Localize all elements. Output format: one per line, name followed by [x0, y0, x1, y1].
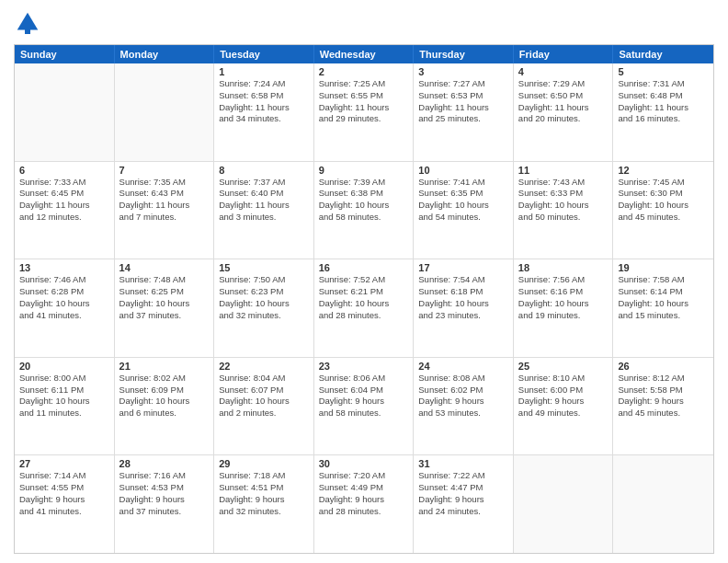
calendar-cell: 20Sunrise: 8:00 AMSunset: 6:11 PMDayligh… [15, 358, 115, 455]
cell-info: Sunrise: 8:12 AMSunset: 5:58 PMDaylight:… [618, 373, 709, 419]
calendar-cell: 15Sunrise: 7:50 AMSunset: 6:23 PMDayligh… [214, 259, 314, 357]
day-number: 9 [319, 165, 409, 176]
cell-info: Sunrise: 7:56 AMSunset: 6:16 PMDaylight:… [518, 274, 609, 321]
calendar-cell: 27Sunrise: 7:14 AMSunset: 4:55 PMDayligh… [15, 455, 115, 553]
day-number: 27 [19, 458, 109, 469]
cell-info: Sunrise: 8:08 AMSunset: 6:02 PMDaylight:… [418, 373, 508, 419]
calendar-cell: 2Sunrise: 7:25 AMSunset: 6:55 PMDaylight… [314, 63, 415, 161]
day-number: 24 [418, 361, 508, 372]
cell-info: Sunrise: 7:41 AMSunset: 6:35 PMDaylight:… [418, 177, 508, 224]
day-number: 21 [119, 361, 210, 372]
cell-info: Sunrise: 7:29 AMSunset: 6:50 PMDaylight:… [518, 78, 609, 125]
cell-info: Sunrise: 7:24 AMSunset: 6:58 PMDaylight:… [219, 78, 309, 125]
calendar-cell: 18Sunrise: 7:56 AMSunset: 6:16 PMDayligh… [514, 259, 614, 357]
day-number: 15 [219, 262, 309, 273]
calendar-cell [115, 63, 215, 161]
cell-info: Sunrise: 7:18 AMSunset: 4:51 PMDaylight:… [219, 470, 309, 517]
calendar-cell: 6Sunrise: 7:33 AMSunset: 6:45 PMDaylight… [15, 162, 115, 259]
header-day-monday: Monday [115, 45, 215, 63]
day-number: 20 [19, 361, 109, 372]
day-number: 6 [19, 165, 109, 176]
calendar-cell: 14Sunrise: 7:48 AMSunset: 6:25 PMDayligh… [115, 259, 215, 357]
day-number: 12 [618, 165, 709, 176]
calendar-cell: 10Sunrise: 7:41 AMSunset: 6:35 PMDayligh… [414, 162, 514, 259]
cell-info: Sunrise: 7:43 AMSunset: 6:33 PMDaylight:… [518, 177, 609, 224]
calendar-cell: 30Sunrise: 7:20 AMSunset: 4:49 PMDayligh… [314, 455, 415, 553]
day-number: 17 [418, 262, 508, 273]
header-day-sunday: Sunday [15, 45, 115, 63]
calendar-row-2: 13Sunrise: 7:46 AMSunset: 6:28 PMDayligh… [15, 259, 713, 358]
calendar-cell: 17Sunrise: 7:54 AMSunset: 6:18 PMDayligh… [414, 259, 514, 357]
cell-info: Sunrise: 8:04 AMSunset: 6:07 PMDaylight:… [219, 373, 309, 419]
calendar-cell: 1Sunrise: 7:24 AMSunset: 6:58 PMDaylight… [214, 63, 314, 161]
day-number: 23 [319, 361, 409, 372]
calendar-header: SundayMondayTuesdayWednesdayThursdayFrid… [15, 45, 713, 63]
day-number: 18 [518, 262, 609, 273]
calendar-cell: 4Sunrise: 7:29 AMSunset: 6:50 PMDaylight… [514, 63, 614, 161]
calendar-cell: 3Sunrise: 7:27 AMSunset: 6:53 PMDaylight… [414, 63, 514, 161]
cell-info: Sunrise: 7:14 AMSunset: 4:55 PMDaylight:… [19, 470, 109, 517]
day-number: 19 [618, 262, 709, 273]
cell-info: Sunrise: 7:52 AMSunset: 6:21 PMDaylight:… [319, 274, 409, 321]
cell-info: Sunrise: 7:22 AMSunset: 4:47 PMDaylight:… [418, 470, 508, 517]
day-number: 14 [119, 262, 210, 273]
day-number: 26 [618, 361, 709, 372]
day-number: 30 [319, 458, 409, 469]
day-number: 2 [319, 66, 409, 77]
header [14, 9, 714, 37]
header-day-tuesday: Tuesday [214, 45, 314, 63]
cell-info: Sunrise: 8:06 AMSunset: 6:04 PMDaylight:… [319, 373, 409, 419]
cell-info: Sunrise: 8:00 AMSunset: 6:11 PMDaylight:… [19, 373, 109, 419]
calendar-cell: 13Sunrise: 7:46 AMSunset: 6:28 PMDayligh… [15, 259, 115, 357]
calendar-cell: 21Sunrise: 8:02 AMSunset: 6:09 PMDayligh… [115, 358, 215, 455]
day-number: 28 [119, 458, 210, 469]
day-number: 8 [219, 165, 309, 176]
cell-info: Sunrise: 7:31 AMSunset: 6:48 PMDaylight:… [618, 78, 709, 125]
calendar-cell: 23Sunrise: 8:06 AMSunset: 6:04 PMDayligh… [314, 358, 415, 455]
calendar-row-4: 27Sunrise: 7:14 AMSunset: 4:55 PMDayligh… [15, 455, 713, 553]
cell-info: Sunrise: 7:35 AMSunset: 6:43 PMDaylight:… [119, 177, 210, 224]
day-number: 10 [418, 165, 508, 176]
calendar-cell: 31Sunrise: 7:22 AMSunset: 4:47 PMDayligh… [414, 455, 514, 553]
day-number: 25 [518, 361, 609, 372]
cell-info: Sunrise: 7:50 AMSunset: 6:23 PMDaylight:… [219, 274, 309, 321]
cell-info: Sunrise: 7:25 AMSunset: 6:55 PMDaylight:… [319, 78, 409, 125]
day-number: 11 [518, 165, 609, 176]
calendar-row-3: 20Sunrise: 8:00 AMSunset: 6:11 PMDayligh… [15, 358, 713, 456]
day-number: 3 [418, 66, 508, 77]
day-number: 7 [119, 165, 210, 176]
header-day-friday: Friday [514, 45, 614, 63]
cell-info: Sunrise: 8:10 AMSunset: 6:00 PMDaylight:… [518, 373, 609, 419]
calendar-cell: 19Sunrise: 7:58 AMSunset: 6:14 PMDayligh… [613, 259, 713, 357]
calendar: SundayMondayTuesdayWednesdayThursdayFrid… [14, 44, 714, 554]
calendar-cell: 28Sunrise: 7:16 AMSunset: 4:53 PMDayligh… [115, 455, 215, 553]
svg-rect-1 [25, 29, 30, 34]
day-number: 13 [19, 262, 109, 273]
header-day-saturday: Saturday [613, 45, 713, 63]
cell-info: Sunrise: 7:58 AMSunset: 6:14 PMDaylight:… [618, 274, 709, 321]
cell-info: Sunrise: 7:46 AMSunset: 6:28 PMDaylight:… [19, 274, 109, 321]
cell-info: Sunrise: 7:39 AMSunset: 6:38 PMDaylight:… [319, 177, 409, 224]
calendar-cell: 16Sunrise: 7:52 AMSunset: 6:21 PMDayligh… [314, 259, 415, 357]
calendar-cell: 5Sunrise: 7:31 AMSunset: 6:48 PMDaylight… [613, 63, 713, 161]
calendar-cell: 24Sunrise: 8:08 AMSunset: 6:02 PMDayligh… [414, 358, 514, 455]
calendar-cell: 22Sunrise: 8:04 AMSunset: 6:07 PMDayligh… [214, 358, 314, 455]
calendar-cell: 7Sunrise: 7:35 AMSunset: 6:43 PMDaylight… [115, 162, 215, 259]
calendar-cell: 9Sunrise: 7:39 AMSunset: 6:38 PMDaylight… [314, 162, 415, 259]
cell-info: Sunrise: 8:02 AMSunset: 6:09 PMDaylight:… [119, 373, 210, 419]
cell-info: Sunrise: 7:45 AMSunset: 6:30 PMDaylight:… [618, 177, 709, 224]
calendar-cell [15, 63, 115, 161]
day-number: 29 [219, 458, 309, 469]
logo-icon [14, 9, 41, 37]
calendar-cell: 26Sunrise: 8:12 AMSunset: 5:58 PMDayligh… [613, 358, 713, 455]
cell-info: Sunrise: 7:37 AMSunset: 6:40 PMDaylight:… [219, 177, 309, 224]
page: SundayMondayTuesdayWednesdayThursdayFrid… [0, 0, 728, 563]
header-day-thursday: Thursday [414, 45, 514, 63]
cell-info: Sunrise: 7:27 AMSunset: 6:53 PMDaylight:… [418, 78, 508, 125]
cell-info: Sunrise: 7:16 AMSunset: 4:53 PMDaylight:… [119, 470, 210, 517]
calendar-cell [514, 455, 614, 553]
calendar-body: 1Sunrise: 7:24 AMSunset: 6:58 PMDaylight… [15, 63, 713, 553]
day-number: 31 [418, 458, 508, 469]
calendar-row-1: 6Sunrise: 7:33 AMSunset: 6:45 PMDaylight… [15, 162, 713, 260]
cell-info: Sunrise: 7:20 AMSunset: 4:49 PMDaylight:… [319, 470, 409, 517]
